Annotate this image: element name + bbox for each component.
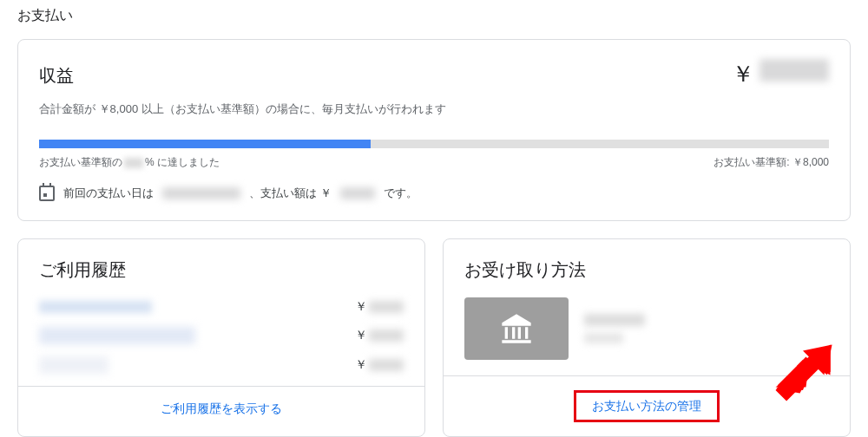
history-amount-redacted	[369, 301, 404, 313]
history-list: ￥ ￥ ￥	[39, 299, 404, 374]
progress-left-label: お支払い基準額の % に達しました	[39, 155, 220, 170]
yen-symbol: ￥	[355, 328, 367, 343]
earnings-amount: ￥	[732, 59, 829, 89]
bank-icon	[499, 311, 534, 346]
progress-left-prefix: お支払い基準額の	[39, 155, 122, 170]
last-pay-date-redacted	[162, 187, 240, 199]
currency-symbol: ￥	[732, 59, 754, 89]
yen-symbol: ￥	[355, 357, 367, 373]
manage-payment-methods-link[interactable]: お支払い方法の管理	[592, 399, 701, 413]
last-pay-amount-redacted	[340, 187, 375, 199]
payment-method-text	[584, 314, 645, 343]
last-pay-mid: 、支払い額は ￥	[249, 186, 332, 201]
payment-method-title: お受け取り方法	[464, 258, 829, 282]
bank-card-graphic	[464, 297, 569, 360]
progress-right-label: お支払い基準額: ￥8,000	[713, 155, 829, 170]
calendar-icon	[39, 186, 55, 201]
history-label-redacted	[39, 356, 108, 374]
history-row: ￥	[39, 327, 404, 344]
history-row: ￥	[39, 356, 404, 374]
history-label-redacted	[39, 301, 152, 313]
last-payment-line: 前回の支払い日は 、支払い額は ￥ です。	[39, 186, 829, 201]
history-row: ￥	[39, 299, 404, 315]
highlight-annotation: お支払い方法の管理	[574, 390, 720, 422]
last-pay-prefix: 前回の支払い日は	[63, 186, 154, 201]
earnings-title: 収益	[39, 64, 74, 88]
history-amount-redacted	[369, 359, 404, 371]
yen-symbol: ￥	[355, 299, 367, 315]
payment-method-detail-redacted	[584, 333, 623, 343]
view-history-link[interactable]: ご利用履歴を表示する	[161, 401, 282, 415]
page-title: お支払い	[17, 0, 851, 39]
history-amount-redacted	[369, 329, 404, 342]
progress-left-suffix: % に達しました	[145, 155, 220, 170]
progress-percent-redacted	[124, 158, 143, 168]
earnings-card: 収益 ￥ 合計金額が ￥8,000 以上（お支払い基準額）の場合に、毎月支払いが…	[17, 39, 851, 221]
history-title: ご利用履歴	[39, 258, 404, 282]
progress-fill	[39, 140, 371, 148]
last-pay-suffix: です。	[384, 186, 418, 201]
payment-method-name-redacted	[584, 314, 645, 326]
history-label-redacted	[39, 327, 195, 344]
payment-method-card: お受け取り方法 お支払い方法の管理	[443, 238, 851, 437]
progress-bar	[39, 140, 829, 148]
threshold-note: 合計金額が ￥8,000 以上（お支払い基準額）の場合に、毎月支払いが行われます	[39, 101, 829, 117]
history-card: ご利用履歴 ￥ ￥ ￥ ご利用履歴を表示する	[17, 238, 425, 437]
earnings-amount-redacted	[760, 59, 829, 82]
